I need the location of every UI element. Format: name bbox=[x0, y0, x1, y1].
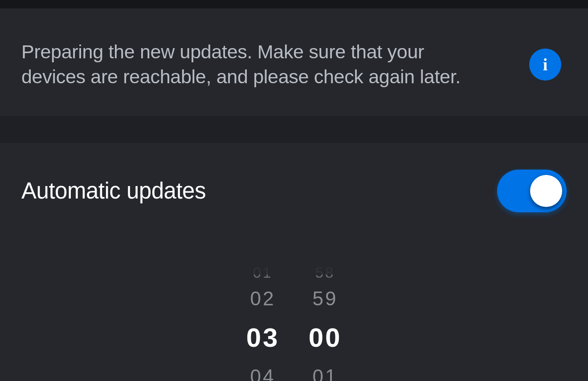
hour-option: 04 bbox=[243, 361, 283, 381]
minute-option: 01 bbox=[305, 361, 345, 381]
hour-picker-column[interactable]: 00 01 02 03 04 bbox=[243, 248, 283, 381]
settings-panel: Automatic updates 00 01 02 03 04 57 bbox=[0, 143, 588, 381]
minute-picker-column[interactable]: 57 58 59 00 01 bbox=[305, 248, 345, 381]
hour-option: 00 bbox=[243, 248, 283, 263]
info-button[interactable]: i bbox=[529, 49, 561, 81]
toggle-knob bbox=[530, 175, 562, 207]
minute-option: 58 bbox=[305, 263, 345, 283]
time-picker-wrapper: 00 01 02 03 04 57 58 59 00 01 bbox=[21, 248, 567, 381]
automatic-updates-toggle[interactable] bbox=[497, 170, 567, 212]
top-bar bbox=[0, 0, 588, 8]
time-picker[interactable]: 00 01 02 03 04 57 58 59 00 01 bbox=[21, 248, 567, 381]
info-icon: i bbox=[543, 55, 548, 74]
minute-option: 59 bbox=[305, 283, 345, 314]
panel-divider bbox=[0, 116, 588, 143]
automatic-updates-label: Automatic updates bbox=[21, 178, 206, 204]
notification-panel: Preparing the new updates. Make sure tha… bbox=[0, 8, 588, 116]
hour-selected: 03 bbox=[243, 314, 283, 361]
notification-text: Preparing the new updates. Make sure tha… bbox=[21, 40, 489, 89]
minute-option: 57 bbox=[305, 248, 345, 263]
automatic-updates-row: Automatic updates bbox=[21, 170, 567, 212]
minute-selected: 00 bbox=[305, 314, 345, 361]
time-columns: 00 01 02 03 04 57 58 59 00 01 bbox=[243, 248, 345, 381]
hour-option: 02 bbox=[243, 283, 283, 314]
hour-option: 01 bbox=[243, 263, 283, 283]
